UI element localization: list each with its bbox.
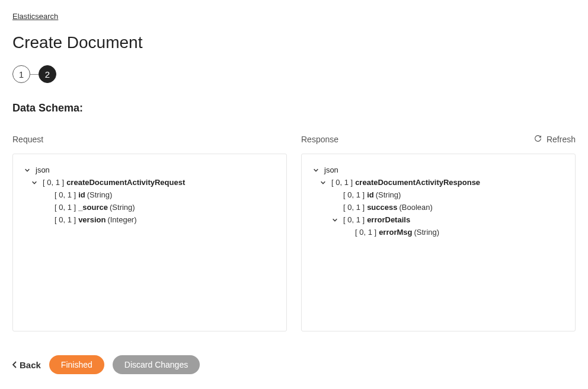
cardinality: [ 0, 1 ]	[331, 178, 353, 187]
node-name: json	[324, 165, 338, 174]
chevron-down-icon[interactable]	[331, 216, 338, 224]
tree-node: [ 0, 1 ] id (String)	[24, 189, 276, 201]
chevron-down-icon[interactable]	[31, 179, 38, 186]
page-title: Create Document	[12, 33, 576, 52]
refresh-button[interactable]: Refresh	[534, 135, 576, 144]
chevron-down-icon[interactable]	[24, 167, 31, 174]
response-column: Response Refresh json[ 0, 1 ] createDocu…	[301, 132, 576, 331]
tree-node: [ 0, 1 ] success (Boolean)	[312, 201, 564, 213]
cardinality: [ 0, 1 ]	[343, 190, 365, 199]
response-label: Response	[301, 135, 338, 144]
cardinality: [ 0, 1 ]	[55, 215, 76, 224]
node-name: _source	[78, 203, 108, 212]
node-type: (Integer)	[107, 215, 136, 224]
tree-node: json	[312, 164, 564, 176]
chevron-down-icon[interactable]	[312, 167, 319, 174]
response-panel: json[ 0, 1 ] createDocumentActivityRespo…	[301, 154, 576, 331]
node-name: createDocumentActivityResponse	[355, 178, 480, 187]
node-name: version	[78, 215, 106, 224]
step-1[interactable]: 1	[12, 65, 30, 83]
section-title: Data Schema:	[12, 102, 576, 114]
step-connector	[30, 74, 39, 75]
cardinality: [ 0, 1 ]	[343, 203, 365, 212]
step-2[interactable]: 2	[39, 65, 56, 83]
tree-node: json	[24, 164, 276, 176]
breadcrumb-link[interactable]: Elasticsearch	[12, 12, 58, 21]
schema-row: Request json[ 0, 1 ] createDocumentActiv…	[12, 132, 576, 331]
request-panel: json[ 0, 1 ] createDocumentActivityReque…	[12, 154, 287, 331]
tree-node: [ 0, 1 ] createDocumentActivityResponse	[312, 176, 564, 189]
cardinality: [ 0, 1 ]	[55, 190, 76, 199]
back-label: Back	[20, 360, 41, 370]
request-column: Request json[ 0, 1 ] createDocumentActiv…	[12, 132, 287, 331]
chevron-down-icon[interactable]	[319, 179, 327, 186]
refresh-icon	[534, 135, 542, 144]
node-name: id	[78, 190, 85, 199]
node-name: json	[36, 165, 50, 174]
tree-node: [ 0, 1 ] version (Integer)	[24, 213, 276, 226]
node-type: (String)	[414, 228, 440, 237]
tree-node: [ 0, 1 ] _source (String)	[24, 201, 276, 213]
refresh-label: Refresh	[547, 135, 576, 144]
cardinality: [ 0, 1 ]	[43, 178, 64, 187]
tree-node: [ 0, 1 ] errorDetails	[312, 213, 564, 226]
tree-node: [ 0, 1 ] createDocumentActivityRequest	[24, 176, 276, 189]
node-name: id	[367, 190, 374, 199]
tree-node: [ 0, 1 ] errorMsg (String)	[312, 226, 564, 238]
cardinality: [ 0, 1 ]	[355, 228, 376, 237]
node-name: errorDetails	[367, 215, 410, 224]
stepper: 1 2	[12, 65, 576, 83]
back-button[interactable]: Back	[12, 360, 41, 370]
node-name: success	[367, 203, 397, 212]
node-type: (Boolean)	[399, 203, 432, 212]
chevron-left-icon	[12, 360, 17, 370]
cardinality: [ 0, 1 ]	[55, 203, 76, 212]
discard-button[interactable]: Discard Changes	[113, 355, 200, 374]
node-type: (String)	[87, 190, 113, 199]
tree-node: [ 0, 1 ] id (String)	[312, 189, 564, 201]
cardinality: [ 0, 1 ]	[343, 215, 365, 224]
node-type: (String)	[376, 190, 401, 199]
request-label: Request	[12, 135, 43, 144]
node-type: (String)	[110, 203, 135, 212]
finished-button[interactable]: Finished	[49, 355, 104, 374]
footer-bar: Back Finished Discard Changes	[12, 355, 576, 374]
node-name: createDocumentActivityRequest	[66, 178, 185, 187]
node-name: errorMsg	[379, 228, 412, 237]
